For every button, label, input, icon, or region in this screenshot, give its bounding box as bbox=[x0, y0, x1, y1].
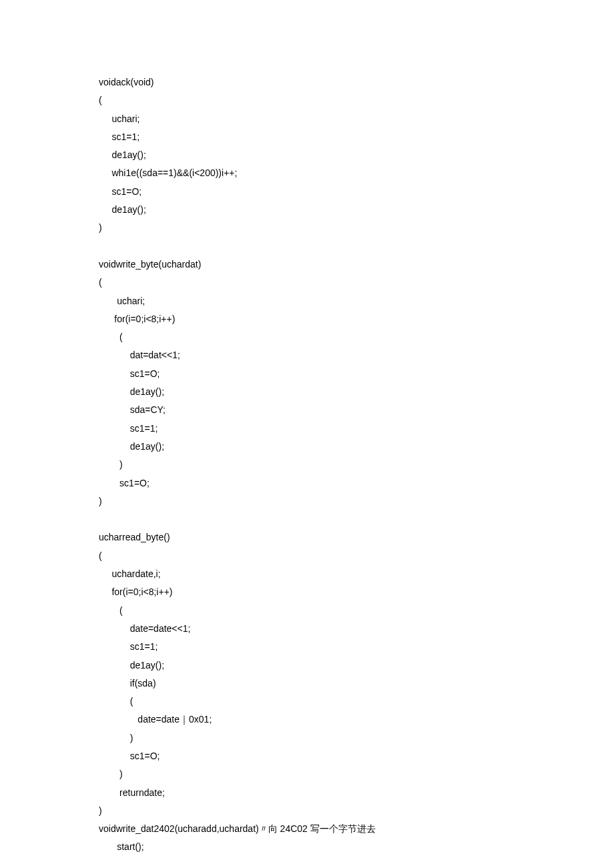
code-line: ( bbox=[99, 693, 614, 711]
code-line: whi1e((sda==1)&&(i<200))i++; bbox=[99, 164, 614, 182]
code-line: if(sda) bbox=[99, 675, 614, 693]
code-line: sc1=O; bbox=[99, 747, 614, 765]
code-line: sc1=1; bbox=[99, 420, 614, 438]
code-line: de1ay(); bbox=[99, 201, 614, 219]
code-line: de1ay(); bbox=[99, 657, 614, 675]
code-line: ) bbox=[99, 219, 614, 237]
code-line: ( bbox=[99, 91, 614, 109]
code-document: voidack(void)( uchari; sc1=1; de1ay(); w… bbox=[0, 0, 614, 857]
code-line: ( bbox=[99, 547, 614, 565]
code-line: ( bbox=[99, 274, 614, 292]
code-line: for(i=0;i<8;i++) bbox=[99, 583, 614, 601]
code-line bbox=[99, 238, 614, 256]
code-line: dat=dat<<1; bbox=[99, 346, 614, 364]
code-line: ( bbox=[99, 328, 614, 346]
code-line: sc1=O; bbox=[99, 183, 614, 201]
code-line: ) bbox=[99, 729, 614, 747]
code-line: ( bbox=[99, 602, 614, 620]
code-line: sc1=1; bbox=[99, 128, 614, 146]
code-line: de1ay(); bbox=[99, 438, 614, 456]
code-line: uchardate,i; bbox=[99, 565, 614, 583]
code-line: date=date｜0x01; bbox=[99, 711, 614, 729]
code-line: start(); bbox=[99, 838, 614, 856]
code-line: sc1=O; bbox=[99, 474, 614, 492]
code-line: for(i=0;i<8;i++) bbox=[99, 310, 614, 328]
code-line: uchari; bbox=[99, 292, 614, 310]
code-line: de1ay(); bbox=[99, 146, 614, 164]
code-line: uchari; bbox=[99, 110, 614, 128]
code-line: ) bbox=[99, 492, 614, 510]
code-line: sc1=1; bbox=[99, 638, 614, 656]
code-line: de1ay(); bbox=[99, 383, 614, 401]
code-line bbox=[99, 510, 614, 528]
code-line: sc1=O; bbox=[99, 365, 614, 383]
code-line: ) bbox=[99, 765, 614, 783]
code-line: voidack(void) bbox=[99, 73, 614, 91]
code-line: date=date<<1; bbox=[99, 620, 614, 638]
code-line: voidwrite_byte(uchardat) bbox=[99, 256, 614, 274]
code-line: ) bbox=[99, 456, 614, 474]
code-line: ) bbox=[99, 802, 614, 820]
code-line: sda=CY; bbox=[99, 401, 614, 419]
code-line: returndate; bbox=[99, 784, 614, 802]
code-line: ucharread_byte() bbox=[99, 528, 614, 546]
code-line: voidwrite_dat2402(ucharadd,uchardat)〃向 2… bbox=[99, 820, 614, 838]
